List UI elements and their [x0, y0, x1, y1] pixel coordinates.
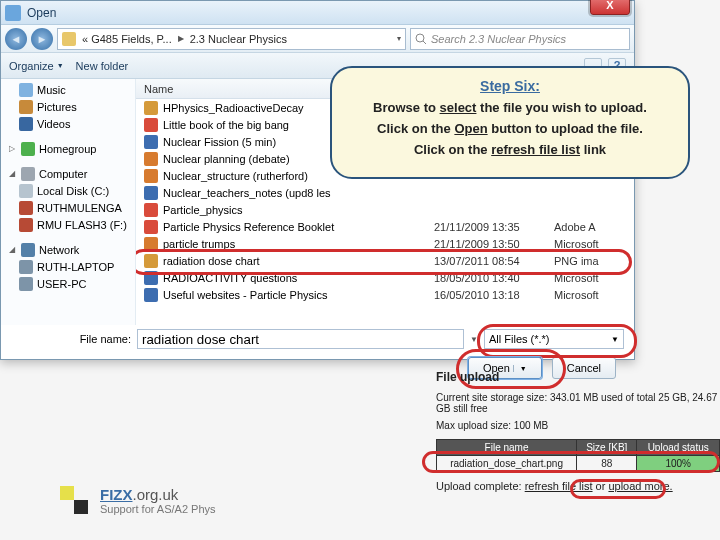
file-icon — [144, 101, 158, 115]
file-row[interactable]: Nuclear_teachers_notes (upd8 les — [136, 184, 634, 201]
computer-icon — [21, 167, 35, 181]
search-input[interactable]: Search 2.3 Nuclear Physics — [410, 28, 630, 50]
disk-icon — [19, 184, 33, 198]
file-icon — [144, 152, 158, 166]
sidebar-item-pictures[interactable]: Pictures — [1, 98, 135, 115]
filename-row: File name: ▼ All Files (*.*) ▼ — [1, 325, 634, 353]
chevron-down-icon: ◢ — [7, 169, 17, 178]
sidebar-item-drive[interactable]: RUTHMULENGA — [1, 199, 135, 216]
callout-line: Browse to select the file you wish to up… — [346, 100, 674, 115]
svg-line-1 — [423, 41, 426, 44]
sidebar-item-network[interactable]: ◢Network — [1, 241, 135, 258]
file-icon — [144, 169, 158, 183]
close-button[interactable]: X — [590, 0, 630, 15]
breadcrumb-seg: « G485 Fields, P... — [82, 33, 172, 45]
forward-button[interactable]: ► — [31, 28, 53, 50]
sidebar-item-homegroup[interactable]: ▷Homegroup — [1, 140, 135, 157]
file-date: 13/07/2011 08:54 — [434, 255, 554, 267]
back-button[interactable]: ◄ — [5, 28, 27, 50]
file-date: 21/11/2009 13:50 — [434, 238, 554, 250]
homegroup-icon — [21, 142, 35, 156]
upload-title: File upload — [436, 370, 720, 384]
file-row[interactable]: particle trumps21/11/2009 13:50Microsoft — [136, 235, 634, 252]
window-title: Open — [27, 6, 630, 20]
upload-table: File nameSize [KB]Upload status radiatio… — [436, 439, 720, 472]
file-date: 16/05/2010 13:18 — [434, 289, 554, 301]
titlebar: Open — [1, 1, 634, 25]
file-row[interactable]: Particle_physics — [136, 201, 634, 218]
chevron-right-icon: ▶ — [178, 34, 184, 43]
file-icon — [144, 288, 158, 302]
filename-input[interactable] — [137, 329, 464, 349]
file-type: Adobe A — [554, 221, 634, 233]
filetype-filter[interactable]: All Files (*.*) ▼ — [484, 329, 624, 349]
maxsize-info: Max upload size: 100 MB — [436, 420, 720, 431]
chevron-down-icon[interactable]: ▼ — [470, 335, 478, 344]
breadcrumb-seg: 2.3 Nuclear Physics — [190, 33, 287, 45]
file-icon — [144, 186, 158, 200]
file-name: RADIOACTIVITY questions — [163, 272, 297, 284]
file-icon — [144, 118, 158, 132]
sidebar-item-disk[interactable]: Local Disk (C:) — [1, 182, 135, 199]
sidebar-item-pc[interactable]: RUTH-LAPTOP — [1, 258, 135, 275]
callout-heading: Step Six: — [346, 78, 674, 94]
videos-icon — [19, 117, 33, 131]
file-row[interactable]: Particle Physics Reference Booklet21/11/… — [136, 218, 634, 235]
chevron-down-icon[interactable]: ▾ — [397, 34, 401, 43]
network-icon — [21, 243, 35, 257]
new-folder-button[interactable]: New folder — [76, 60, 129, 72]
cell-size: 88 — [577, 456, 637, 472]
file-icon — [144, 220, 158, 234]
file-icon — [144, 254, 158, 268]
file-icon — [144, 203, 158, 217]
file-row[interactable]: Useful websites - Particle Physics16/05/… — [136, 286, 634, 303]
folder-icon — [62, 32, 76, 46]
pc-icon — [19, 260, 33, 274]
instruction-callout: Step Six: Browse to select the file you … — [330, 66, 690, 179]
th-filename: File name — [437, 440, 577, 456]
window-icon — [5, 5, 21, 21]
th-size: Size [KB] — [577, 440, 637, 456]
chevron-right-icon: ▷ — [7, 144, 17, 153]
upload-more-link[interactable]: upload more. — [608, 480, 672, 492]
sidebar-item-pc[interactable]: USER-PC — [1, 275, 135, 292]
table-row: radiation_dose_chart.png 88 100% — [437, 456, 720, 472]
callout-line: Click on the Open button to upload the f… — [346, 121, 674, 136]
sidebar-item-videos[interactable]: Videos — [1, 115, 135, 132]
brand-logo — [60, 486, 88, 528]
file-name: Nuclear Fission (5 min) — [163, 136, 276, 148]
file-icon — [144, 237, 158, 251]
address-bar: ◄ ► « G485 Fields, P... ▶ 2.3 Nuclear Ph… — [1, 25, 634, 53]
file-name: particle trumps — [163, 238, 235, 250]
refresh-file-list-link[interactable]: refresh file list — [525, 480, 593, 492]
th-status: Upload status — [637, 440, 720, 456]
file-name: Little book of the big bang — [163, 119, 289, 131]
file-type: PNG ima — [554, 255, 634, 267]
sidebar-item-computer[interactable]: ◢Computer — [1, 165, 135, 182]
music-icon — [19, 83, 33, 97]
file-name: Useful websites - Particle Physics — [163, 289, 327, 301]
sidebar-item-music[interactable]: Music — [1, 81, 135, 98]
open-dialog: Open X ◄ ► « G485 Fields, P... ▶ 2.3 Nuc… — [0, 0, 635, 360]
file-type: Microsoft — [554, 272, 634, 284]
chevron-down-icon: ▼ — [611, 335, 619, 344]
pc-icon — [19, 277, 33, 291]
file-date: 21/11/2009 13:35 — [434, 221, 554, 233]
organize-menu[interactable]: Organize ▼ — [9, 60, 64, 72]
sidebar-item-drive[interactable]: RMU FLASH3 (F:) — [1, 216, 135, 233]
file-name: Nuclear_structure (rutherford) — [163, 170, 308, 182]
file-row[interactable]: radiation dose chart13/07/2011 08:54PNG … — [136, 252, 634, 269]
file-name: Particle Physics Reference Booklet — [163, 221, 334, 233]
file-name: Nuclear planning (debate) — [163, 153, 290, 165]
callout-line: Click on the refresh file list link — [346, 142, 674, 157]
drive-icon — [19, 201, 33, 215]
chevron-down-icon: ◢ — [7, 245, 17, 254]
breadcrumb[interactable]: « G485 Fields, P... ▶ 2.3 Nuclear Physic… — [57, 28, 406, 50]
file-name: HPhysics_RadioactiveDecay — [163, 102, 304, 114]
upload-panel: File upload Current site storage size: 3… — [436, 370, 720, 492]
upload-complete-text: Upload complete: refresh file list or up… — [436, 480, 720, 492]
storage-info: Current site storage size: 343.01 MB use… — [436, 392, 720, 414]
file-row[interactable]: RADIOACTIVITY questions18/05/2010 13:40M… — [136, 269, 634, 286]
file-name: radiation dose chart — [163, 255, 260, 267]
file-icon — [144, 135, 158, 149]
